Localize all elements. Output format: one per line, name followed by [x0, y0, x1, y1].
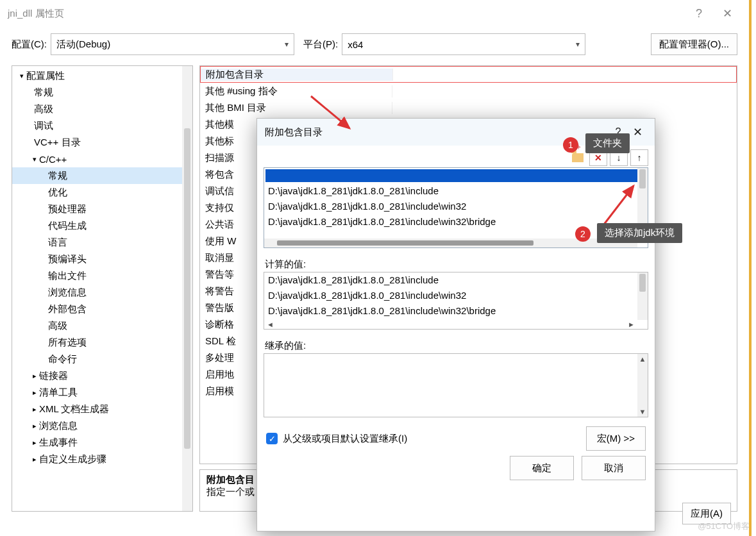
arrow-up-icon[interactable]: ▲ [638, 354, 648, 364]
annotation-badge-1: 1 [563, 137, 578, 153]
dialog-title: 附加包含目录 [265, 126, 609, 138]
tree-item[interactable]: 命令行 [12, 351, 192, 367]
dialog-button-row: 确定 取消 [257, 456, 655, 489]
property-row[interactable]: 其他 BMI 目录 [200, 99, 737, 116]
tree-item[interactable]: 高级 [12, 317, 192, 334]
tree-item[interactable]: ▾C/C++ [12, 151, 192, 167]
platform-label: 平台(P): [303, 38, 338, 51]
tree-item[interactable]: ▾配置属性 [12, 67, 192, 84]
tree-item[interactable]: 预编译头 [12, 251, 192, 267]
property-row[interactable]: 其他 #using 指令 [200, 83, 737, 99]
tree-item[interactable]: 代码生成 [12, 217, 192, 234]
list-item[interactable]: D:\java\jdk1.8_281\jdk1.8.0_281\include\… [264, 199, 648, 214]
h-scrollbar[interactable]: ◄► [264, 320, 637, 329]
tree-item[interactable]: 常规 [12, 84, 192, 101]
paths-list[interactable]: D:\java\jdk1.8_281\jdk1.8.0_281\include … [264, 167, 648, 248]
inherited-label: 继承的值: [257, 330, 655, 353]
chevron-down-icon: ▾ [576, 40, 580, 49]
config-value: 活动(Debug) [56, 38, 110, 51]
property-label: 附加包含目录 [201, 69, 393, 81]
ok-button[interactable]: 确定 [510, 456, 574, 480]
scrollbar[interactable] [182, 66, 192, 511]
list-item: D:\java\jdk1.8_281\jdk1.8.0_281\include\… [264, 303, 648, 319]
scrollbar-thumb[interactable] [639, 274, 646, 292]
config-row: 配置(C): 活动(Debug) ▾ 平台(P): x64 ▾ 配置管理器(O)… [0, 27, 749, 62]
annotation-badge-2: 2 [575, 226, 591, 242]
cancel-button[interactable]: 取消 [582, 456, 646, 480]
window-footer: 应用(A) [682, 503, 731, 524]
chevron-down-icon: ▾ [285, 40, 289, 49]
property-label: 其他 #using 指令 [200, 85, 392, 97]
tree-item[interactable]: 常规 [12, 167, 192, 184]
scrollbar[interactable] [637, 272, 648, 320]
list-item[interactable]: D:\java\jdk1.8_281\jdk1.8.0_281\include\… [264, 214, 648, 230]
config-combo[interactable]: 活动(Debug) ▾ [51, 33, 294, 55]
inherited-values: ▲▼ [264, 353, 648, 417]
macros-button[interactable]: 宏(M) >> [586, 426, 646, 451]
tree-item[interactable]: 预处理器 [12, 201, 192, 217]
platform-combo[interactable]: x64 ▾ [342, 33, 585, 55]
list-item: D:\java\jdk1.8_281\jdk1.8.0_281\include\… [264, 288, 648, 303]
close-button[interactable]: ✕ [713, 6, 741, 21]
tree-item[interactable]: 浏览信息 [12, 284, 192, 301]
arrow-left-icon[interactable]: ◄ [267, 321, 274, 328]
window-title: jni_dll 属性页 [8, 8, 685, 20]
tree-item[interactable]: 优化 [12, 184, 192, 201]
arrow-down-icon[interactable]: ▼ [638, 406, 648, 417]
folder-icon [572, 153, 584, 162]
tree-item[interactable]: 调试 [12, 117, 192, 134]
tree-item[interactable]: VC++ 目录 [12, 134, 192, 151]
config-manager-button[interactable]: 配置管理器(O)... [651, 33, 737, 55]
tree-item[interactable]: ▸清单工具 [12, 384, 192, 401]
calculated-values: D:\java\jdk1.8_281\jdk1.8.0_281\include … [264, 272, 648, 330]
tree-item[interactable]: ▸生成事件 [12, 434, 192, 451]
list-item[interactable]: D:\java\jdk1.8_281\jdk1.8.0_281\include [264, 183, 648, 199]
scrollbar-thumb[interactable] [184, 128, 190, 449]
titlebar: jni_dll 属性页 ? ✕ [0, 0, 749, 27]
calculated-label: 计算的值: [257, 248, 655, 272]
dialog-close-button[interactable]: ✕ [628, 125, 647, 139]
additional-include-dirs-dialog: 附加包含目录 ? ✕ ✦ ✕ ↓ ↑ D:\java\jdk1.8_281\jd… [256, 118, 655, 532]
tree-item[interactable]: ▸链接器 [12, 367, 192, 384]
inherit-checkbox-row: ✓ 从父级或项目默认设置继承(I) 宏(M) >> [257, 417, 655, 456]
tree-item[interactable]: ▸浏览信息 [12, 417, 192, 434]
platform-value: x64 [348, 39, 363, 50]
inherit-checkbox-label: 从父级或项目默认设置继承(I) [283, 433, 407, 445]
arrow-right-icon[interactable]: ► [628, 321, 635, 328]
property-row[interactable]: 附加包含目录 [200, 66, 737, 83]
tree-item[interactable]: 高级 [12, 101, 192, 117]
scrollbar-thumb[interactable] [639, 169, 646, 188]
move-up-button[interactable]: ↑ [630, 149, 648, 166]
annotation-tip-1: 文件夹 [585, 133, 630, 153]
list-item: D:\java\jdk1.8_281\jdk1.8.0_281\include [264, 272, 648, 288]
tree-item[interactable]: 输出文件 [12, 267, 192, 284]
tree-item[interactable]: ▸自定义生成步骤 [12, 451, 192, 467]
tree-item[interactable]: 所有选项 [12, 334, 192, 351]
inherit-checkbox[interactable]: ✓ [266, 433, 278, 444]
apply-button[interactable]: 应用(A) [682, 503, 731, 524]
scrollbar[interactable]: ▲▼ [637, 354, 648, 417]
tree-item[interactable]: 外部包含 [12, 301, 192, 317]
selected-empty-row[interactable] [265, 169, 646, 182]
help-button[interactable]: ? [685, 7, 713, 21]
tree-item[interactable]: ▸XML 文档生成器 [12, 401, 192, 417]
property-label: 其他 BMI 目录 [200, 102, 392, 114]
category-tree[interactable]: ▾配置属性常规高级调试VC++ 目录▾C/C++常规优化预处理器代码生成语言预编… [12, 65, 193, 512]
tree-item[interactable]: 语言 [12, 234, 192, 251]
annotation-tip-2: 选择添加jdk环境 [597, 223, 682, 243]
scrollbar-thumb[interactable] [277, 240, 533, 246]
config-label: 配置(C): [12, 38, 47, 51]
